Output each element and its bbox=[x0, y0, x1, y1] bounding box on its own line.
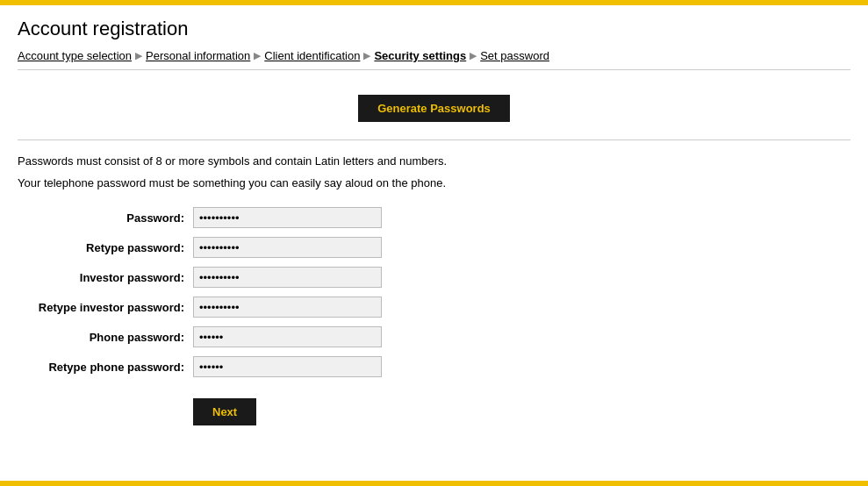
breadcrumb-separator: ▶ bbox=[254, 50, 261, 61]
form-row-password: Password: bbox=[18, 207, 850, 228]
form-row-investor-password: Investor password: bbox=[18, 267, 850, 288]
breadcrumb-item-security-settings[interactable]: Security settings bbox=[374, 49, 466, 62]
label-phone-password: Phone password: bbox=[18, 331, 193, 344]
breadcrumb-separator: ▶ bbox=[363, 50, 370, 61]
generate-btn-row: Generate Passwords bbox=[18, 95, 850, 122]
input-phone-password[interactable] bbox=[193, 326, 382, 347]
page-container: Account registration Account type select… bbox=[0, 5, 868, 486]
bottom-bar bbox=[0, 481, 868, 486]
input-retype-investor-password[interactable] bbox=[193, 297, 382, 318]
breadcrumb-separator: ▶ bbox=[135, 50, 142, 61]
breadcrumb-item-personal-information[interactable]: Personal information bbox=[146, 49, 250, 62]
label-password: Password: bbox=[18, 211, 193, 225]
generate-passwords-button[interactable]: Generate Passwords bbox=[358, 95, 510, 122]
page-title: Account registration bbox=[18, 18, 850, 40]
form-row-phone-password: Phone password: bbox=[18, 326, 850, 347]
input-retype-password[interactable] bbox=[193, 237, 382, 258]
label-investor-password: Investor password: bbox=[18, 271, 193, 284]
breadcrumb-item-client-identification[interactable]: Client identification bbox=[264, 49, 360, 62]
breadcrumb-separator: ▶ bbox=[470, 50, 477, 61]
form-row-retype-investor-password: Retype investor password: bbox=[18, 297, 850, 318]
form-row-retype-phone-password: Retype phone password: bbox=[18, 356, 850, 377]
info-line-2: Your telephone password must be somethin… bbox=[18, 176, 850, 189]
form-row-retype-password: Retype password: bbox=[18, 237, 850, 258]
input-retype-phone-password[interactable] bbox=[193, 356, 382, 377]
label-retype-phone-password: Retype phone password: bbox=[18, 361, 193, 374]
next-button[interactable]: Next bbox=[193, 398, 256, 425]
breadcrumb: Account type selection ▶ Personal inform… bbox=[18, 49, 850, 70]
next-btn-row: Next bbox=[193, 398, 850, 425]
content-area: Generate Passwords Passwords must consis… bbox=[0, 77, 868, 443]
divider bbox=[18, 139, 850, 140]
header: Account registration Account type select… bbox=[0, 5, 868, 77]
label-retype-investor-password: Retype investor password: bbox=[18, 301, 193, 314]
breadcrumb-item-set-password[interactable]: Set password bbox=[480, 49, 549, 62]
info-line-1: Passwords must consist of 8 or more symb… bbox=[18, 154, 850, 168]
input-password[interactable] bbox=[193, 207, 382, 228]
form-area: Password:Retype password:Investor passwo… bbox=[18, 207, 850, 377]
breadcrumb-item-account-type-selection[interactable]: Account type selection bbox=[18, 49, 132, 62]
label-retype-password: Retype password: bbox=[18, 241, 193, 254]
input-investor-password[interactable] bbox=[193, 267, 382, 288]
